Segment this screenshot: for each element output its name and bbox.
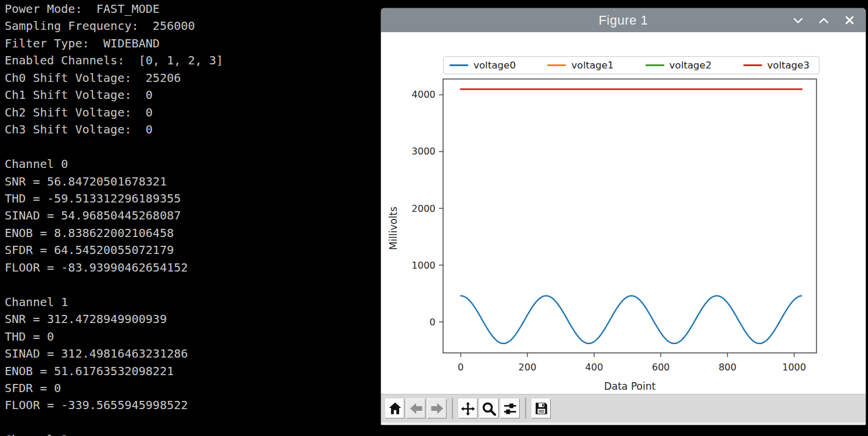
chart: 0200400600800100001000200030004000	[381, 32, 866, 394]
save-button[interactable]	[531, 399, 551, 418]
y-tick-label: 2000	[411, 203, 435, 214]
window-controls	[791, 8, 856, 32]
home-icon	[387, 401, 403, 416]
y-tick-label: 1000	[411, 260, 435, 271]
chevron-down-icon	[792, 16, 804, 25]
toolbar-separator	[452, 398, 453, 419]
figure-toolbar	[381, 394, 866, 425]
x-tick-label: 600	[652, 362, 670, 373]
axes-frame	[443, 79, 816, 353]
y-tick-label: 0	[430, 317, 435, 328]
save-icon	[534, 401, 549, 416]
x-tick-label: 0	[458, 362, 464, 373]
x-tick-label: 1000	[782, 362, 806, 373]
legend-label: voltage3	[767, 60, 809, 71]
pan-button[interactable]	[458, 399, 478, 418]
y-tick-label: 4000	[411, 89, 435, 100]
back-button[interactable]	[406, 399, 426, 418]
legend-item: voltage3	[743, 60, 809, 71]
legend-label: voltage1	[571, 60, 613, 71]
terminal-window[interactable]: Power Mode: FAST_MODE Sampling Frequency…	[0, 0, 379, 436]
maximize-button[interactable]	[816, 13, 831, 28]
minimize-button[interactable]	[791, 13, 805, 28]
x-axis-label: Data Point	[443, 380, 816, 392]
window-title: Figure 1	[599, 13, 649, 28]
zoom-icon	[481, 401, 497, 417]
legend-line-sample	[547, 64, 566, 66]
zoom-button[interactable]	[479, 399, 499, 418]
back-arrow-icon	[409, 401, 424, 416]
forward-button[interactable]	[427, 399, 447, 418]
legend-line-sample	[743, 64, 762, 66]
legend-item: voltage1	[547, 60, 613, 71]
legend-line-sample	[646, 64, 664, 66]
legend-line-sample	[450, 64, 468, 66]
figure-window: Figure 1 0200400600800100001000200030004…	[381, 8, 866, 425]
chevron-up-icon	[818, 16, 829, 25]
window-titlebar[interactable]: Figure 1	[381, 8, 866, 32]
close-button[interactable]	[842, 13, 856, 28]
series-voltage0	[461, 296, 801, 344]
legend-label: voltage0	[474, 60, 516, 71]
legend-label: voltage2	[670, 60, 712, 71]
legend-item: voltage2	[646, 60, 712, 71]
toolbar-separator	[525, 398, 526, 419]
close-icon	[845, 15, 855, 25]
pan-icon	[460, 401, 476, 417]
terminal-output: Power Mode: FAST_MODE Sampling Frequency…	[0, 0, 379, 436]
x-tick-label: 400	[585, 362, 603, 373]
configure-subplots-button[interactable]	[500, 399, 520, 418]
forward-arrow-icon	[430, 401, 445, 416]
legend: voltage0voltage1voltage2voltage3	[443, 56, 819, 74]
x-tick-label: 800	[719, 362, 737, 373]
y-axis-label: Millivolts	[387, 207, 399, 250]
home-button[interactable]	[385, 399, 404, 418]
sliders-icon	[502, 401, 518, 417]
legend-item: voltage0	[450, 60, 516, 71]
y-tick-label: 3000	[411, 146, 435, 157]
x-tick-label: 200	[519, 362, 537, 373]
plot-canvas[interactable]: 0200400600800100001000200030004000 volta…	[381, 32, 866, 394]
